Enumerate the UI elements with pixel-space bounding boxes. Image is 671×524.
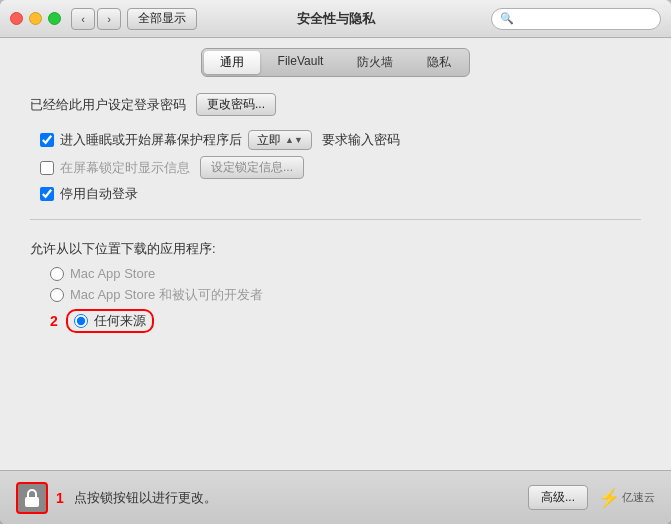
password-row: 已经给此用户设定登录密码 更改密码...	[30, 93, 641, 116]
close-button[interactable]	[10, 12, 23, 25]
traffic-lights	[10, 12, 61, 25]
download-section: 允许从以下位置下载的应用程序: Mac App Store Mac App St…	[30, 240, 641, 333]
sleep-label: 进入睡眠或开始屏幕保护程序后	[60, 131, 242, 149]
radio-anywhere-label: 任何来源	[94, 312, 146, 330]
show-all-button[interactable]: 全部显示	[127, 8, 197, 30]
download-label: 允许从以下位置下载的应用程序:	[30, 240, 641, 258]
set-lock-info-button[interactable]: 设定锁定信息...	[200, 156, 304, 179]
auto-login-checkbox[interactable]	[40, 187, 54, 201]
general-panel: 已经给此用户设定登录密码 更改密码... 进入睡眠或开始屏幕保护程序后 立即 ▲…	[0, 77, 671, 470]
immediately-dropdown[interactable]: 立即 ▲▼	[248, 130, 312, 150]
radio-row-appstore: Mac App Store	[50, 266, 641, 281]
annotation-2: 2	[50, 313, 58, 329]
dropdown-arrow-icon: ▲▼	[285, 135, 303, 145]
tab-group: 通用 FileVault 防火墙 隐私	[201, 48, 471, 77]
lock-icon	[16, 482, 48, 514]
change-password-button[interactable]: 更改密码...	[196, 93, 276, 116]
immediately-label: 立即	[257, 132, 281, 149]
auto-login-checkbox-row: 停用自动登录	[40, 185, 641, 203]
radio-appstore[interactable]	[50, 267, 64, 281]
radio-appstore-dev[interactable]	[50, 288, 64, 302]
radio-appstore-label: Mac App Store	[70, 266, 155, 281]
search-box[interactable]: 🔍	[491, 8, 661, 30]
minimize-button[interactable]	[29, 12, 42, 25]
tab-firewall[interactable]: 防火墙	[341, 51, 409, 74]
tab-general[interactable]: 通用	[204, 51, 260, 74]
lock-text: 点按锁按钮以进行更改。	[74, 489, 217, 507]
password-label: 已经给此用户设定登录密码	[30, 96, 186, 114]
lock-screen-checkbox-row: 在屏幕锁定时显示信息 设定锁定信息...	[40, 156, 641, 179]
lock-screen-checkbox[interactable]	[40, 161, 54, 175]
tab-filevault[interactable]: FileVault	[262, 51, 340, 74]
main-window: ‹ › 全部显示 安全性与隐私 🔍 通用 FileVault 防火墙 隐私 已经…	[0, 0, 671, 524]
radio-appstore-dev-label: Mac App Store 和被认可的开发者	[70, 286, 263, 304]
watermark-text: 亿速云	[622, 490, 655, 505]
auto-login-label: 停用自动登录	[60, 185, 138, 203]
lock-screen-label: 在屏幕锁定时显示信息	[60, 159, 190, 177]
maximize-button[interactable]	[48, 12, 61, 25]
radio-anywhere[interactable]	[74, 314, 88, 328]
require-password-label: 要求输入密码	[322, 131, 400, 149]
lock-svg	[23, 488, 41, 508]
options-section: 进入睡眠或开始屏幕保护程序后 立即 ▲▼ 要求输入密码 在屏幕锁定时显示信息 设…	[40, 130, 641, 203]
anywhere-highlight: 任何来源	[66, 309, 154, 333]
back-button[interactable]: ‹	[71, 8, 95, 30]
watermark-icon: ⚡	[598, 487, 620, 509]
search-input[interactable]	[518, 12, 652, 26]
section-divider	[30, 219, 641, 220]
sleep-checkbox-row: 进入睡眠或开始屏幕保护程序后 立即 ▲▼ 要求输入密码	[40, 130, 641, 150]
watermark: ⚡ 亿速云	[598, 487, 655, 509]
bottom-bar: 1 点按锁按钮以进行更改。 高级... ⚡ 亿速云	[0, 470, 671, 524]
lock-area[interactable]: 1 点按锁按钮以进行更改。	[16, 482, 217, 514]
tabs-bar: 通用 FileVault 防火墙 隐私	[0, 38, 671, 77]
search-icon: 🔍	[500, 12, 514, 25]
tab-privacy[interactable]: 隐私	[411, 51, 467, 74]
sleep-checkbox[interactable]	[40, 133, 54, 147]
content-area: 通用 FileVault 防火墙 隐私 已经给此用户设定登录密码 更改密码...…	[0, 38, 671, 470]
annotation-1: 1	[56, 490, 64, 506]
window-title: 安全性与隐私	[297, 10, 375, 28]
radio-row-appstore-dev: Mac App Store 和被认可的开发者	[50, 286, 641, 304]
titlebar: ‹ › 全部显示 安全性与隐私 🔍	[0, 0, 671, 38]
radio-group: Mac App Store Mac App Store 和被认可的开发者 2 任…	[50, 266, 641, 333]
radio-row-anywhere: 2 任何来源	[50, 309, 641, 333]
nav-buttons: ‹ ›	[71, 8, 121, 30]
advanced-button[interactable]: 高级...	[528, 485, 588, 510]
svg-rect-0	[25, 497, 39, 507]
forward-button[interactable]: ›	[97, 8, 121, 30]
